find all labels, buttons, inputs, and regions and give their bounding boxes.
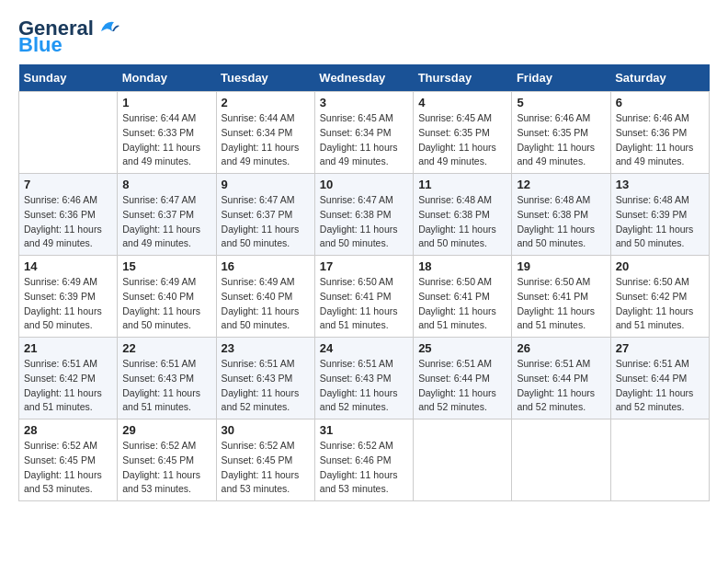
calendar-cell: 14Sunrise: 6:49 AM Sunset: 6:39 PM Dayli… — [19, 256, 118, 338]
calendar-cell: 26Sunrise: 6:51 AM Sunset: 6:44 PM Dayli… — [512, 338, 610, 419]
day-number: 28 — [24, 423, 112, 437]
day-info: Sunrise: 6:44 AM Sunset: 6:34 PM Dayligh… — [222, 111, 310, 169]
day-info: Sunrise: 6:47 AM Sunset: 6:38 PM Dayligh… — [320, 193, 408, 251]
day-info: Sunrise: 6:47 AM Sunset: 6:37 PM Dayligh… — [122, 193, 210, 251]
day-info: Sunrise: 6:52 AM Sunset: 6:45 PM Dayligh… — [222, 439, 310, 497]
calendar-cell: 6Sunrise: 6:46 AM Sunset: 6:36 PM Daylig… — [610, 92, 709, 174]
day-info: Sunrise: 6:50 AM Sunset: 6:42 PM Dayligh… — [616, 275, 704, 333]
calendar-cell: 10Sunrise: 6:47 AM Sunset: 6:38 PM Dayli… — [314, 174, 413, 256]
calendar-week-row: 7Sunrise: 6:46 AM Sunset: 6:36 PM Daylig… — [19, 174, 710, 256]
day-info: Sunrise: 6:51 AM Sunset: 6:43 PM Dayligh… — [122, 357, 210, 415]
day-number: 3 — [320, 96, 408, 109]
day-number: 12 — [517, 178, 605, 191]
weekday-header-friday: Friday — [512, 64, 610, 92]
day-number: 16 — [222, 259, 310, 273]
calendar-cell: 7Sunrise: 6:46 AM Sunset: 6:36 PM Daylig… — [19, 174, 118, 256]
calendar-cell: 4Sunrise: 6:45 AM Sunset: 6:35 PM Daylig… — [414, 92, 512, 174]
calendar-cell: 12Sunrise: 6:48 AM Sunset: 6:38 PM Dayli… — [512, 174, 610, 256]
calendar-cell: 31Sunrise: 6:52 AM Sunset: 6:46 PM Dayli… — [314, 419, 413, 501]
calendar-cell: 19Sunrise: 6:50 AM Sunset: 6:41 PM Dayli… — [512, 256, 610, 338]
day-info: Sunrise: 6:51 AM Sunset: 6:44 PM Dayligh… — [517, 357, 605, 415]
calendar-week-row: 14Sunrise: 6:49 AM Sunset: 6:39 PM Dayli… — [19, 256, 710, 338]
calendar-cell — [19, 92, 118, 174]
day-info: Sunrise: 6:46 AM Sunset: 6:36 PM Dayligh… — [616, 111, 704, 169]
calendar-cell: 2Sunrise: 6:44 AM Sunset: 6:34 PM Daylig… — [216, 92, 314, 174]
day-info: Sunrise: 6:51 AM Sunset: 6:43 PM Dayligh… — [320, 357, 408, 415]
day-info: Sunrise: 6:46 AM Sunset: 6:36 PM Dayligh… — [24, 193, 112, 251]
calendar-cell: 17Sunrise: 6:50 AM Sunset: 6:41 PM Dayli… — [314, 256, 413, 338]
weekday-header-wednesday: Wednesday — [314, 64, 413, 92]
weekday-header-saturday: Saturday — [610, 64, 709, 92]
logo-bird-icon — [96, 18, 119, 35]
day-info: Sunrise: 6:51 AM Sunset: 6:44 PM Dayligh… — [616, 357, 704, 415]
day-number: 5 — [517, 96, 605, 109]
day-info: Sunrise: 6:51 AM Sunset: 6:43 PM Dayligh… — [222, 357, 310, 415]
calendar-cell: 8Sunrise: 6:47 AM Sunset: 6:37 PM Daylig… — [118, 174, 216, 256]
day-info: Sunrise: 6:49 AM Sunset: 6:40 PM Dayligh… — [222, 275, 310, 333]
calendar-week-row: 21Sunrise: 6:51 AM Sunset: 6:42 PM Dayli… — [19, 338, 710, 419]
calendar-cell: 25Sunrise: 6:51 AM Sunset: 6:44 PM Dayli… — [414, 338, 512, 419]
header: General Blue — [18, 18, 710, 55]
day-number: 13 — [616, 178, 704, 191]
day-number: 21 — [24, 341, 112, 355]
day-info: Sunrise: 6:51 AM Sunset: 6:44 PM Dayligh… — [418, 357, 506, 415]
calendar-cell: 15Sunrise: 6:49 AM Sunset: 6:40 PM Dayli… — [118, 256, 216, 338]
calendar-cell: 30Sunrise: 6:52 AM Sunset: 6:45 PM Dayli… — [216, 419, 314, 501]
day-number: 20 — [616, 259, 704, 273]
calendar-table: SundayMondayTuesdayWednesdayThursdayFrid… — [18, 64, 710, 501]
weekday-header-monday: Monday — [118, 64, 216, 92]
calendar-cell: 9Sunrise: 6:47 AM Sunset: 6:37 PM Daylig… — [216, 174, 314, 256]
day-info: Sunrise: 6:51 AM Sunset: 6:42 PM Dayligh… — [24, 357, 112, 415]
calendar-cell: 27Sunrise: 6:51 AM Sunset: 6:44 PM Dayli… — [610, 338, 709, 419]
calendar-week-row: 28Sunrise: 6:52 AM Sunset: 6:45 PM Dayli… — [19, 419, 710, 501]
weekday-header-row: SundayMondayTuesdayWednesdayThursdayFrid… — [19, 64, 710, 92]
calendar-cell — [610, 419, 709, 501]
day-info: Sunrise: 6:49 AM Sunset: 6:40 PM Dayligh… — [122, 275, 210, 333]
day-number: 18 — [418, 259, 506, 273]
calendar-cell: 20Sunrise: 6:50 AM Sunset: 6:42 PM Dayli… — [610, 256, 709, 338]
calendar-cell: 29Sunrise: 6:52 AM Sunset: 6:45 PM Dayli… — [118, 419, 216, 501]
logo: General Blue — [18, 18, 119, 55]
day-info: Sunrise: 6:44 AM Sunset: 6:33 PM Dayligh… — [122, 111, 210, 169]
day-info: Sunrise: 6:52 AM Sunset: 6:45 PM Dayligh… — [122, 439, 210, 497]
calendar-cell: 23Sunrise: 6:51 AM Sunset: 6:43 PM Dayli… — [216, 338, 314, 419]
day-number: 17 — [320, 259, 408, 273]
day-number: 7 — [24, 178, 112, 191]
day-info: Sunrise: 6:52 AM Sunset: 6:46 PM Dayligh… — [320, 439, 408, 497]
day-number: 24 — [320, 341, 408, 355]
calendar-cell: 1Sunrise: 6:44 AM Sunset: 6:33 PM Daylig… — [118, 92, 216, 174]
day-info: Sunrise: 6:50 AM Sunset: 6:41 PM Dayligh… — [320, 275, 408, 333]
day-number: 31 — [320, 423, 408, 437]
calendar-cell: 16Sunrise: 6:49 AM Sunset: 6:40 PM Dayli… — [216, 256, 314, 338]
day-number: 15 — [122, 259, 210, 273]
day-number: 10 — [320, 178, 408, 191]
day-info: Sunrise: 6:49 AM Sunset: 6:39 PM Dayligh… — [24, 275, 112, 333]
calendar-cell: 3Sunrise: 6:45 AM Sunset: 6:34 PM Daylig… — [314, 92, 413, 174]
weekday-header-thursday: Thursday — [414, 64, 512, 92]
calendar-cell: 11Sunrise: 6:48 AM Sunset: 6:38 PM Dayli… — [414, 174, 512, 256]
logo-blue-text: Blue — [18, 35, 63, 55]
day-info: Sunrise: 6:45 AM Sunset: 6:35 PM Dayligh… — [418, 111, 506, 169]
day-number: 19 — [517, 259, 605, 273]
day-info: Sunrise: 6:50 AM Sunset: 6:41 PM Dayligh… — [517, 275, 605, 333]
calendar-cell — [512, 419, 610, 501]
weekday-header-sunday: Sunday — [19, 64, 118, 92]
calendar-cell: 24Sunrise: 6:51 AM Sunset: 6:43 PM Dayli… — [314, 338, 413, 419]
day-number: 2 — [222, 96, 310, 109]
day-number: 4 — [418, 96, 506, 109]
day-number: 29 — [122, 423, 210, 437]
day-info: Sunrise: 6:48 AM Sunset: 6:38 PM Dayligh… — [517, 193, 605, 251]
day-info: Sunrise: 6:47 AM Sunset: 6:37 PM Dayligh… — [222, 193, 310, 251]
day-number: 9 — [222, 178, 310, 191]
calendar-cell: 13Sunrise: 6:48 AM Sunset: 6:39 PM Dayli… — [610, 174, 709, 256]
day-number: 8 — [122, 178, 210, 191]
day-number: 6 — [616, 96, 704, 109]
day-number: 1 — [122, 96, 210, 109]
calendar-week-row: 1Sunrise: 6:44 AM Sunset: 6:33 PM Daylig… — [19, 92, 710, 174]
day-number: 11 — [418, 178, 506, 191]
day-number: 30 — [222, 423, 310, 437]
day-number: 14 — [24, 259, 112, 273]
day-info: Sunrise: 6:52 AM Sunset: 6:45 PM Dayligh… — [24, 439, 112, 497]
day-number: 23 — [222, 341, 310, 355]
day-info: Sunrise: 6:46 AM Sunset: 6:35 PM Dayligh… — [517, 111, 605, 169]
